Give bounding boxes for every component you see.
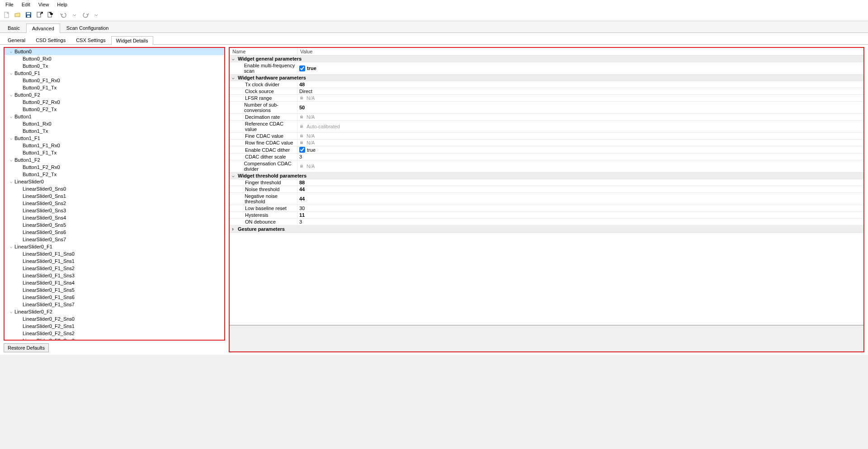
tree-item[interactable]: LinearSlider0_Sns5 (5, 221, 224, 229)
tree-item[interactable]: Button1_F1_Rx0 (5, 142, 224, 149)
chevron-down-icon[interactable] (8, 114, 14, 119)
tree-item[interactable]: Button1_F2_Tx (5, 171, 224, 178)
subtab-csd-settings[interactable]: CSD Settings (31, 36, 71, 44)
prop-on-debounce[interactable]: ON debounce 3 (230, 219, 863, 225)
cdac-dither-checkbox[interactable] (299, 147, 305, 153)
chevron-down-icon[interactable] (8, 49, 14, 54)
tree-item[interactable]: LinearSlider0_F2_Sns2 (5, 330, 224, 337)
tree-item[interactable]: Button1_F1_Tx (5, 149, 224, 156)
widget-tree[interactable]: Button0Button0_Rx0Button0_TxButton0_F1Bu… (5, 48, 224, 340)
tab-scan-configuration[interactable]: Scan Configuration (61, 23, 115, 33)
tree-item[interactable]: Button0_F1 (5, 70, 224, 77)
tree-item-label: Button0_F1 (14, 70, 40, 76)
menu-view[interactable]: View (35, 1, 53, 8)
redo-icon[interactable] (80, 10, 90, 20)
prop-reference-cdac: Reference CDAC value Auto-calibrated (230, 121, 863, 133)
prop-low-baseline-reset[interactable]: Low baseline reset 30 (230, 205, 863, 212)
tree-item[interactable]: LinearSlider0_F1_Sns2 (5, 265, 224, 272)
save-icon[interactable] (24, 10, 33, 20)
undo-icon[interactable] (59, 10, 69, 20)
tree-item[interactable]: Button0_F2_Rx0 (5, 98, 224, 106)
tree-item[interactable]: LinearSlider0_Sns2 (5, 200, 224, 207)
tree-item[interactable]: LinearSlider0_F1_Sns0 (5, 250, 224, 257)
prop-sub-conversions[interactable]: Number of sub-conversions 50 (230, 102, 863, 114)
undo-dropdown-icon[interactable] (70, 10, 80, 20)
widget-tree-panel: Button0Button0_Rx0Button0_TxButton0_F1Bu… (4, 47, 225, 341)
tree-item[interactable]: LinearSlider0_F2_Sns0 (5, 315, 224, 323)
prop-group-hardware[interactable]: Widget hardware parameters (230, 75, 863, 81)
subtab-widget-details[interactable]: Widget Details (111, 36, 153, 45)
tree-item[interactable]: LinearSlider0_F1 (5, 243, 224, 250)
tree-item[interactable]: LinearSlider0_F1_Sns3 (5, 272, 224, 279)
prop-group-threshold[interactable]: Widget threshold parameters (230, 173, 863, 179)
svg-rect-4 (37, 12, 41, 17)
tree-item[interactable]: Button0 (5, 48, 224, 55)
tree-item[interactable]: LinearSlider0_F2_Sns3 (5, 337, 224, 340)
redo-dropdown-icon[interactable] (91, 10, 101, 20)
menu-help[interactable]: Help (53, 1, 71, 8)
tree-item-label: LinearSlider0_F1_Sns7 (22, 302, 75, 307)
menu-file[interactable]: File (2, 1, 17, 8)
tree-item[interactable]: LinearSlider0_F2 (5, 308, 224, 315)
tree-item[interactable]: Button1_F2_Rx0 (5, 164, 224, 171)
new-file-icon[interactable] (2, 10, 12, 20)
tree-item[interactable]: LinearSlider0 (5, 178, 224, 185)
prop-negative-noise-threshold[interactable]: Negative noise threshold 44 (230, 193, 863, 205)
chevron-down-icon[interactable] (8, 158, 14, 162)
open-file-icon[interactable] (13, 10, 23, 20)
tree-item[interactable]: Button1_F2 (5, 156, 224, 164)
tree-item[interactable]: LinearSlider0_Sns4 (5, 214, 224, 221)
tree-item[interactable]: Button0_Rx0 (5, 55, 224, 62)
prop-cdac-dither[interactable]: Enable CDAC dither true (230, 146, 863, 154)
property-grid[interactable]: Name Value Widget general parameters Ena… (230, 48, 863, 325)
tab-basic[interactable]: Basic (2, 23, 26, 33)
tree-item[interactable]: Button1 (5, 113, 224, 120)
tree-item[interactable]: Button1_Tx (5, 127, 224, 135)
tree-item-label: Button0_Rx0 (22, 56, 52, 61)
tree-item[interactable]: Button0_F2_Tx (5, 106, 224, 113)
import-icon[interactable] (34, 10, 44, 20)
tree-item[interactable]: LinearSlider0_Sns0 (5, 185, 224, 192)
prop-clock-source[interactable]: Clock source Direct (230, 88, 863, 95)
chevron-down-icon[interactable] (8, 93, 14, 97)
prop-group-general[interactable]: Widget general parameters (230, 56, 863, 62)
tree-item-label: LinearSlider0_Sns5 (22, 222, 66, 228)
prop-tx-clock-divider[interactable]: Tx clock divider 48 (230, 81, 863, 88)
tree-item[interactable]: LinearSlider0_Sns3 (5, 207, 224, 214)
tree-item[interactable]: LinearSlider0_F2_Sns1 (5, 323, 224, 330)
prop-hysteresis[interactable]: Hysteresis 11 (230, 212, 863, 219)
tree-item[interactable]: LinearSlider0_F1_Sns6 (5, 294, 224, 301)
prop-enable-multi-frequency[interactable]: Enable multi-frequency scan true (230, 62, 863, 75)
tree-item[interactable]: LinearSlider0_F1_Sns1 (5, 257, 224, 265)
tree-item[interactable]: Button0_F1_Rx0 (5, 77, 224, 84)
prop-header-name: Name (230, 48, 297, 55)
tree-item[interactable]: LinearSlider0_Sns1 (5, 192, 224, 200)
chevron-down-icon[interactable] (8, 244, 14, 249)
tree-item[interactable]: LinearSlider0_Sns7 (5, 236, 224, 243)
tree-item[interactable]: Button0_Tx (5, 62, 224, 70)
tree-item[interactable]: Button1_Rx0 (5, 120, 224, 127)
menu-edit[interactable]: Edit (18, 1, 34, 8)
tree-item[interactable]: Button1_F1 (5, 135, 224, 142)
tree-item[interactable]: LinearSlider0_F1_Sns5 (5, 286, 224, 294)
prop-group-gesture[interactable]: Gesture parameters (230, 225, 863, 233)
restore-defaults-button[interactable]: Restore Defaults (4, 343, 49, 352)
prop-cdac-dither-scale[interactable]: CDAC dither scale 3 (230, 154, 863, 160)
tab-advanced[interactable]: Advanced (26, 23, 60, 33)
tree-item[interactable]: LinearSlider0_F1_Sns4 (5, 279, 224, 286)
subtab-general[interactable]: General (3, 36, 30, 44)
export-icon[interactable] (45, 10, 55, 20)
subtab-csx-settings[interactable]: CSX Settings (71, 36, 110, 44)
tree-item[interactable]: LinearSlider0_Sns6 (5, 229, 224, 236)
chevron-down-icon[interactable] (8, 179, 14, 184)
tree-item[interactable]: Button0_F1_Tx (5, 84, 224, 91)
prop-finger-threshold[interactable]: Finger threshold 88 (230, 179, 863, 186)
chevron-down-icon[interactable] (8, 71, 14, 75)
prop-noise-threshold[interactable]: Noise threshold 44 (230, 186, 863, 193)
multi-freq-checkbox[interactable] (299, 65, 305, 71)
chevron-down-icon[interactable] (8, 309, 14, 314)
description-pane (230, 325, 863, 351)
chevron-down-icon[interactable] (8, 136, 14, 140)
tree-item[interactable]: Button0_F2 (5, 91, 224, 98)
tree-item[interactable]: LinearSlider0_F1_Sns7 (5, 301, 224, 308)
